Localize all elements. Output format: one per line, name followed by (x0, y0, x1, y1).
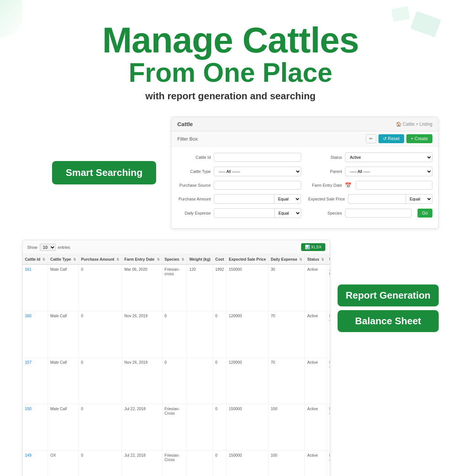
table-row: 160 Male Calf 0 Nov 26, 2019 0 0 120000 … (23, 311, 330, 358)
cell-species: Friesian-Cross (162, 404, 187, 451)
go-button[interactable]: Go (418, 209, 432, 218)
col-daily-expense: Daily Expense ⇅ (268, 254, 305, 264)
expected-sale-price-input[interactable] (348, 194, 406, 204)
cattle-id-link[interactable]: 161 (25, 267, 32, 271)
col-cost: Cost (213, 254, 226, 264)
filter-box-header: Filter Box ✏ ↺ Reset + Create (171, 131, 438, 147)
cell-exp-sale: 150000 (226, 404, 268, 451)
filter-box-title: Filter Box (177, 136, 198, 142)
cell-cattle-id: 161 (23, 264, 48, 311)
cell-cattle-type: Male Calf (48, 358, 79, 404)
cell-cattle-id: 150 (23, 404, 48, 451)
col-updated-at: Updated At ⇅ (327, 254, 330, 264)
cell-weight (187, 451, 213, 476)
cell-purchase-amount: 0 (79, 358, 122, 404)
cell-cattle-type: OX (48, 451, 79, 476)
breadcrumb: 🏠 Cattle > Listing (396, 122, 432, 127)
cell-exp-sale: 120000 (226, 311, 268, 358)
cattle-id-label: Cattle Id (177, 155, 211, 160)
parent-select[interactable]: ----- All ----- (345, 167, 432, 176)
cattle-type-select[interactable]: ----- All ------ Male Calf OX (214, 167, 301, 176)
purchase-source-input[interactable] (214, 181, 301, 190)
table-row: 150 Male Calf 0 Jul 22, 2018 Friesian-Cr… (23, 404, 330, 451)
col-farm-entry-date: Farm Entry Date ⇅ (122, 254, 162, 264)
cattle-id-group: Cattle Id (177, 152, 301, 162)
cattle-id-link[interactable]: 149 (25, 453, 32, 457)
reset-button[interactable]: ↺ Reset (378, 134, 404, 143)
status-label: Status (309, 155, 342, 160)
cattle-id-link[interactable]: 150 (25, 406, 32, 411)
status-select[interactable]: Active Inactive All (345, 152, 432, 162)
cell-updated: Mar 21, 2020 4:22 PM (327, 404, 330, 451)
filter-form: Cattle Id Status Active Inactive All (171, 147, 438, 228)
entries-select[interactable]: 10 25 50 (40, 244, 56, 251)
pencil-button[interactable]: ✏ (366, 134, 376, 143)
panel-title: Cattle (177, 121, 193, 127)
cell-updated: Mar 21, 2020 4:24 PM (327, 358, 330, 404)
col-weight: Weight (kg) (187, 254, 213, 264)
cell-cost: 1892 (213, 264, 226, 311)
purchase-amount-group: Purchase Amount Equal Greater Less (177, 194, 301, 204)
purchase-amount-select[interactable]: Equal Greater Less (274, 194, 301, 204)
cattle-id-link[interactable]: 157 (25, 360, 32, 364)
cell-weight (187, 358, 213, 404)
xlsx-button[interactable]: 📊 XLSX (301, 243, 325, 251)
daily-expense-input-group: Equal Greater Less (214, 208, 301, 218)
cattle-id-link[interactable]: 160 (25, 313, 32, 318)
daily-expense-input[interactable] (214, 208, 275, 218)
species-input[interactable] (345, 209, 412, 218)
purchase-source-label: Purchase Source (177, 183, 211, 187)
cell-updated: Mar 21, 2020 4:29 PM (327, 311, 330, 358)
cell-species: Friesian-Cross (162, 451, 187, 476)
hero-title-sub: From One Place (7, 58, 454, 87)
sort-icon: ⇅ (116, 258, 119, 261)
status-group: Status Active Inactive All (309, 152, 432, 162)
data-table: Cattle Id ⇅ Cattle Type ⇅ Purchase Amoun… (23, 254, 330, 476)
cell-cattle-id: 149 (23, 451, 48, 476)
calendar-icon: 📅 (345, 182, 351, 188)
table-section: Show 10 25 50 entries 📊 XLSX Cattle Id ⇅… (22, 240, 439, 476)
cell-species: 0 (162, 358, 187, 404)
farm-entry-date-label: Farm Entry Date (309, 183, 342, 187)
cell-daily-exp: 100 (268, 404, 305, 451)
filter-section: Smart Searching Cattle 🏠 Cattle > Listin… (52, 117, 439, 229)
cell-updated: Mar 21, 2020 4:20 PM (327, 451, 330, 476)
cell-cattle-id: 160 (23, 311, 48, 358)
cell-cattle-type: Male Calf (48, 264, 79, 311)
sort-icon: ⇅ (157, 258, 160, 261)
col-expected-sale: Expected Sale Price (226, 254, 268, 264)
parent-group: Parent ----- All ----- (309, 167, 432, 176)
cell-farm-date: Jul 22, 2018 (122, 451, 162, 476)
cell-exp-sale: 120000 (226, 358, 268, 404)
hero-subtitle: with report generation and searching (7, 90, 454, 102)
cell-purchase-amount: 0 (79, 404, 122, 451)
col-cattle-id: Cattle Id ⇅ (23, 254, 48, 264)
cell-status: Active (305, 358, 327, 404)
cell-status: Active (305, 404, 327, 451)
expected-sale-price-label: Expected Sale Price (308, 197, 345, 201)
cell-purchase-amount: 0 (79, 311, 122, 358)
farm-entry-date-input[interactable] (356, 181, 432, 190)
cell-species: 0 (162, 311, 187, 358)
create-button[interactable]: + Create (406, 134, 432, 143)
cell-daily-exp: 100 (268, 451, 305, 476)
cell-purchase-amount: 0 (79, 451, 122, 476)
cell-species: Friesian-cross (162, 264, 187, 311)
cattle-id-input[interactable] (214, 153, 301, 162)
cell-exp-sale: 150000 (226, 451, 268, 476)
sort-icon: ⇅ (42, 258, 45, 261)
report-generation-label: Report Generation (338, 284, 439, 306)
daily-expense-select[interactable]: Equal Greater Less (275, 208, 301, 218)
cell-daily-exp: 70 (268, 311, 305, 358)
hero-title-main: Manage Cattles (7, 22, 454, 58)
filter-row-4: Purchase Amount Equal Greater Less Expec… (177, 194, 432, 204)
entries-label: entries (58, 245, 70, 250)
sort-icon: ⇅ (181, 258, 184, 261)
expected-sale-select[interactable]: Equal Greater Less (406, 194, 432, 204)
table-body: 161 Male Calf 0 Mar 06, 2020 Friesian-cr… (23, 264, 330, 476)
purchase-amount-input[interactable] (214, 194, 274, 204)
cell-daily-exp: 70 (268, 358, 305, 404)
sort-icon: ⇅ (299, 258, 302, 261)
filter-row-5: Daily Expense Equal Greater Less Species (177, 208, 432, 218)
cell-cost: 0 (213, 358, 226, 404)
